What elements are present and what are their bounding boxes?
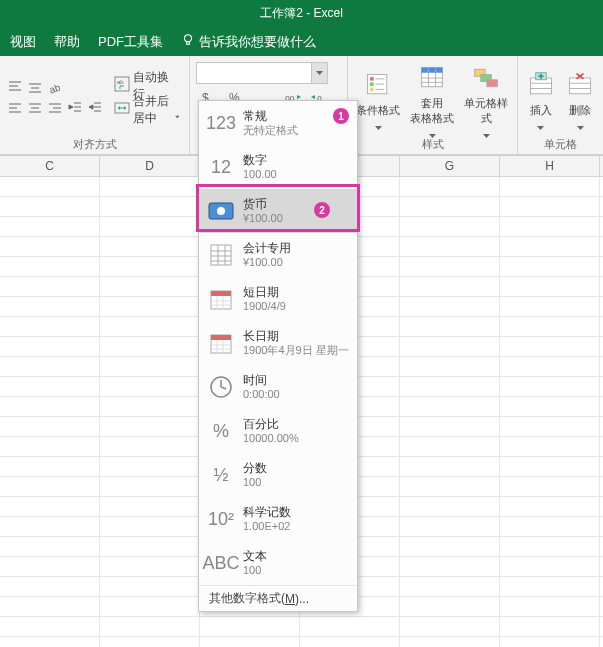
cell[interactable] [300, 617, 400, 636]
format-option-货币[interactable]: 货币¥100.00 [199, 189, 357, 233]
cell[interactable] [0, 537, 100, 556]
cell[interactable] [100, 297, 200, 316]
cell[interactable] [300, 637, 400, 647]
number-format-combo[interactable] [196, 62, 328, 84]
format-option-时间[interactable]: 时间0:00:00 [199, 365, 357, 409]
format-option-长日期[interactable]: 长日期1900年4月9日 星期一 [199, 321, 357, 365]
cell[interactable] [400, 377, 500, 396]
cell[interactable] [500, 497, 600, 516]
cell[interactable] [500, 257, 600, 276]
cell[interactable] [500, 237, 600, 256]
cell[interactable] [100, 197, 200, 216]
cell[interactable] [100, 217, 200, 236]
cell[interactable] [400, 217, 500, 236]
format-option-百分比[interactable]: %百分比10000.00% [199, 409, 357, 453]
tab-view[interactable]: 视图 [10, 33, 36, 51]
cell[interactable] [100, 537, 200, 556]
cell[interactable] [100, 237, 200, 256]
format-option-短日期[interactable]: 短日期1900/4/9 [199, 277, 357, 321]
cell[interactable] [100, 577, 200, 596]
cell[interactable] [500, 197, 600, 216]
cell[interactable] [400, 457, 500, 476]
cell-styles-button[interactable]: 单元格样式 [462, 62, 510, 134]
format-option-科学记数[interactable]: 10²科学记数1.00E+02 [199, 497, 357, 541]
cell[interactable] [100, 357, 200, 376]
cell[interactable] [0, 597, 100, 616]
cell[interactable] [100, 617, 200, 636]
cell[interactable] [500, 577, 600, 596]
cell[interactable] [0, 397, 100, 416]
cell[interactable] [0, 617, 100, 636]
cell[interactable] [500, 177, 600, 196]
cell[interactable] [0, 197, 100, 216]
cell[interactable] [100, 477, 200, 496]
cell[interactable] [0, 457, 100, 476]
align-right-button[interactable] [46, 99, 64, 117]
cell[interactable] [0, 577, 100, 596]
cell[interactable] [500, 477, 600, 496]
decrease-indent-button[interactable] [66, 99, 84, 117]
cell[interactable] [400, 477, 500, 496]
cell[interactable] [0, 357, 100, 376]
cell[interactable] [400, 297, 500, 316]
cell[interactable] [100, 497, 200, 516]
cell[interactable] [500, 277, 600, 296]
cell[interactable] [500, 377, 600, 396]
delete-cells-button[interactable]: 删除 [564, 69, 598, 126]
tab-help[interactable]: 帮助 [54, 33, 80, 51]
cell[interactable] [400, 197, 500, 216]
col-header[interactable]: G [400, 156, 500, 176]
cell[interactable] [0, 517, 100, 536]
cell[interactable] [500, 297, 600, 316]
insert-cells-button[interactable]: 插入 [524, 69, 558, 126]
col-header[interactable]: C [0, 156, 100, 176]
format-as-table-button[interactable]: 套用 表格格式 [408, 62, 456, 134]
cell[interactable] [500, 517, 600, 536]
cell[interactable] [0, 557, 100, 576]
cell[interactable] [0, 637, 100, 647]
cell[interactable] [400, 237, 500, 256]
more-number-formats[interactable]: 其他数字格式(M)... [199, 585, 357, 611]
cell[interactable] [400, 337, 500, 356]
cell[interactable] [0, 317, 100, 336]
cell[interactable] [400, 437, 500, 456]
format-option-数字[interactable]: 12数字100.00 [199, 145, 357, 189]
cell[interactable] [500, 437, 600, 456]
cell[interactable] [0, 497, 100, 516]
align-top-button[interactable] [6, 79, 24, 97]
cell[interactable] [400, 517, 500, 536]
cell[interactable] [0, 257, 100, 276]
cell[interactable] [400, 397, 500, 416]
format-option-分数[interactable]: ½分数100 [199, 453, 357, 497]
cell[interactable] [100, 437, 200, 456]
cell[interactable] [0, 377, 100, 396]
increase-indent-button[interactable] [86, 99, 104, 117]
cell[interactable] [500, 397, 600, 416]
cell[interactable] [500, 637, 600, 647]
cell[interactable] [400, 577, 500, 596]
cell[interactable] [100, 337, 200, 356]
cell[interactable] [100, 517, 200, 536]
cell[interactable] [100, 177, 200, 196]
cell[interactable] [500, 317, 600, 336]
cell[interactable] [400, 357, 500, 376]
cell[interactable] [500, 597, 600, 616]
cell[interactable] [0, 277, 100, 296]
align-left-button[interactable] [6, 99, 24, 117]
cell[interactable] [400, 497, 500, 516]
cell[interactable] [0, 297, 100, 316]
align-center-button[interactable] [26, 99, 44, 117]
col-header[interactable]: D [100, 156, 200, 176]
cell[interactable] [0, 337, 100, 356]
cell[interactable] [100, 597, 200, 616]
cell[interactable] [0, 417, 100, 436]
cell[interactable] [100, 457, 200, 476]
cell[interactable] [0, 437, 100, 456]
tell-me[interactable]: 告诉我你想要做什么 [181, 33, 316, 51]
cell[interactable] [0, 217, 100, 236]
tab-pdf[interactable]: PDF工具集 [98, 33, 163, 51]
align-middle-button[interactable] [26, 79, 44, 97]
cell[interactable] [100, 317, 200, 336]
cell[interactable] [100, 377, 200, 396]
orientation-button[interactable]: ab [46, 79, 64, 97]
